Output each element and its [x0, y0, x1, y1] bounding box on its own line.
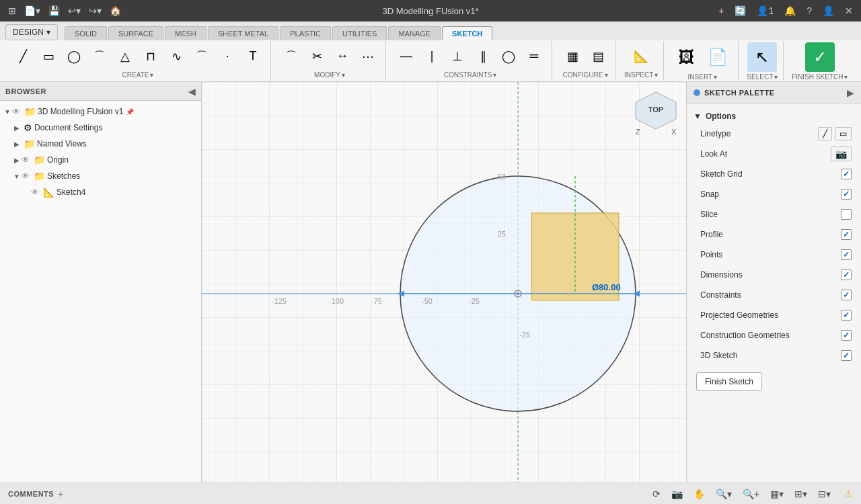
line-tool[interactable]: ╱: [11, 44, 35, 69]
add-comment-button[interactable]: +: [58, 489, 63, 499]
measure-tool[interactable]: 📐: [629, 44, 653, 69]
pan-tool-btn[interactable]: ✋: [691, 487, 708, 501]
break-tool[interactable]: ⋯: [356, 44, 380, 69]
3d-sketch-checkbox[interactable]: [841, 350, 852, 361]
vertical-constraint[interactable]: |: [420, 44, 444, 69]
tab-plastic[interactable]: PLASTIC: [280, 26, 331, 40]
svg-text:50: 50: [498, 173, 506, 181]
tree-eye-sketches[interactable]: 👁: [22, 171, 30, 181]
construction-geo-checkbox[interactable]: [841, 330, 852, 341]
constraints-icons: — | ⊥ ∥ ◯ ═: [394, 42, 546, 70]
linetype-dashed-btn[interactable]: ▭: [835, 127, 852, 140]
redo-button[interactable]: ↪▾: [86, 4, 104, 17]
tab-sketch[interactable]: SKETCH: [442, 26, 492, 40]
tree-eye-origin[interactable]: 👁: [22, 155, 30, 165]
trim-tool[interactable]: ✂: [305, 44, 329, 69]
svg-text:Ø80.00: Ø80.00: [592, 282, 621, 292]
arc-tool[interactable]: ⌒: [87, 44, 112, 69]
tree-icon-sketch4: 📐: [43, 187, 54, 198]
tree-eye-root[interactable]: 👁: [12, 107, 20, 116]
coincident-constraint[interactable]: ═: [522, 44, 546, 69]
tab-mesh[interactable]: MESH: [165, 26, 207, 40]
circle-tool[interactable]: ◯: [62, 44, 86, 69]
polygon-tool[interactable]: △: [113, 44, 137, 69]
sketch-configure[interactable]: ▤: [586, 44, 610, 69]
help-button[interactable]: ?: [804, 4, 815, 17]
orbit-tool-btn[interactable]: ⟳: [650, 487, 663, 501]
finish-sketch-icons: ✓: [805, 42, 835, 72]
save-button[interactable]: 💾: [46, 4, 63, 17]
insert-group: 🖼 📄 INSERT ▾: [667, 41, 739, 80]
look-tool-btn[interactable]: 📷: [669, 487, 685, 501]
inspect-label: INSPECT ▾: [624, 71, 658, 79]
zoom-tool-btn[interactable]: 🔍▾: [713, 487, 735, 501]
constraints-checkbox[interactable]: [841, 290, 852, 300]
design-dropdown-button[interactable]: DESIGN ▾: [5, 24, 58, 40]
svg-text:-75: -75: [371, 297, 382, 305]
app-menu-button[interactable]: ⊞: [5, 4, 19, 17]
extend-tool[interactable]: ↔: [330, 44, 354, 69]
perpendicular-constraint[interactable]: ⊥: [445, 44, 470, 69]
user-count-button[interactable]: 👤1: [754, 4, 776, 17]
point-tool[interactable]: ·: [215, 44, 239, 69]
parallel-constraint[interactable]: ∥: [471, 44, 495, 69]
grid-view-btn[interactable]: ▦▾: [768, 487, 786, 501]
file-menu-button[interactable]: 📄▾: [22, 4, 43, 17]
tree-item-named-views[interactable]: ▶ 📁 Named Views: [9, 136, 201, 152]
tree-item-sketch4[interactable]: 👁 📐 Sketch4: [19, 184, 201, 200]
text-tool[interactable]: T: [241, 44, 265, 69]
tangent-constraint[interactable]: ◯: [496, 44, 521, 69]
tree-item-root[interactable]: ▼ 👁 📁 3D Modelling FUsion v1 📌: [0, 103, 201, 120]
zoom-fit-btn[interactable]: 🔍+: [740, 487, 762, 501]
update-button[interactable]: 🔄: [732, 4, 749, 17]
conic-tool[interactable]: ⌒: [190, 44, 214, 69]
palette-section-options[interactable]: ▼ Options: [687, 109, 861, 124]
finish-sketch-palette-button[interactable]: Finish Sketch: [696, 372, 762, 391]
tab-manage[interactable]: MANAGE: [388, 26, 441, 40]
tab-solid[interactable]: SOLID: [65, 26, 107, 40]
rectangle-tool[interactable]: ▭: [36, 44, 61, 69]
sketch-settings[interactable]: ▦: [560, 44, 585, 69]
points-checkbox[interactable]: [841, 249, 852, 260]
horizontal-constraint[interactable]: —: [394, 44, 418, 69]
spline-tool[interactable]: ∿: [164, 44, 188, 69]
tree-item-origin[interactable]: ▶ 👁 📁 Origin: [9, 152, 201, 168]
insert-dxf[interactable]: 📄: [703, 42, 733, 72]
projected-geo-checkbox[interactable]: [841, 310, 852, 321]
modify-group: ⌒ ✂ ↔ ⋯ MODIFY ▾: [274, 41, 386, 80]
inspect-icons: 📐: [629, 42, 653, 70]
insert-image[interactable]: 🖼: [672, 42, 702, 72]
look-at-btn[interactable]: 📷: [831, 146, 852, 161]
browser-collapse-button[interactable]: ◀: [188, 86, 196, 97]
sketch-canvas-area[interactable]: 50 25 -125 -100 -75 -50 -25 -25 Ø80.00 T…: [202, 82, 686, 482]
finish-sketch-button[interactable]: ✓: [805, 42, 835, 72]
tab-utilities[interactable]: UTILITIES: [332, 26, 387, 40]
tab-surface[interactable]: SURFACE: [108, 26, 163, 40]
window-title: 3D Modelling FUsion v1*: [382, 6, 478, 16]
linetype-solid-btn[interactable]: ╱: [818, 127, 832, 140]
tree-item-sketches[interactable]: ▼ 👁 📁 Sketches: [9, 168, 201, 184]
palette-expand-button[interactable]: ▶: [847, 87, 854, 98]
tree-item-doc-settings[interactable]: ▶ ⚙ Document Settings: [9, 120, 201, 136]
sketch-grid-checkbox[interactable]: [841, 169, 852, 179]
navigation-cube[interactable]: TOP Z X: [632, 89, 679, 136]
tree-icon-sketches: 📁: [34, 171, 45, 181]
slot-tool[interactable]: ⊓: [139, 44, 163, 69]
view-cube-btn[interactable]: ⊟▾: [815, 487, 833, 501]
notification-button[interactable]: 🔔: [782, 4, 798, 17]
profile-button[interactable]: 👤: [820, 4, 837, 17]
fillet-tool[interactable]: ⌒: [279, 44, 303, 69]
profile-checkbox[interactable]: [841, 229, 852, 240]
select-tool[interactable]: ↖: [747, 42, 777, 72]
tree-eye-sketch4[interactable]: 👁: [31, 187, 39, 197]
close-button[interactable]: ✕: [842, 4, 856, 17]
display-mode-btn[interactable]: ⊞▾: [792, 487, 810, 501]
undo-button[interactable]: ↩▾: [65, 4, 83, 17]
home-button[interactable]: 🏠: [107, 4, 124, 17]
add-tab-button[interactable]: +: [716, 4, 726, 17]
bottom-bar: COMMENTS + ⟳ 📷 ✋ 🔍▾ 🔍+ ▦▾ ⊞▾ ⊟▾ ⚠: [0, 482, 861, 504]
slice-checkbox[interactable]: [841, 209, 852, 220]
tab-sheet-metal[interactable]: SHEET METAL: [208, 26, 278, 40]
dimensions-checkbox[interactable]: [841, 269, 852, 280]
snap-checkbox[interactable]: [841, 189, 852, 200]
